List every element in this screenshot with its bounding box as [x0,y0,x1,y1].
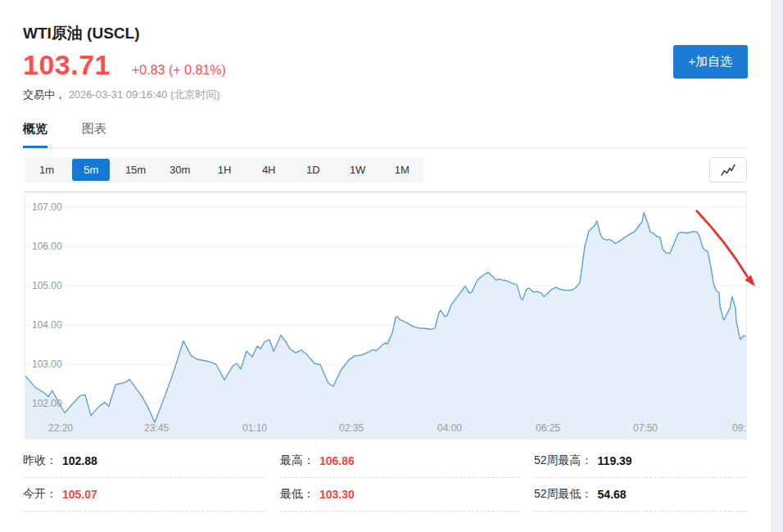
stat-item: 52周最低：54.68 [534,478,747,512]
timeframe-button-15m[interactable]: 15m [117,159,155,181]
stat-label: 最低： [280,487,315,502]
timeframe-button-30m[interactable]: 30m [161,159,199,181]
stat-item: 今开：105.07 [23,478,265,512]
timeframe-button-1M[interactable]: 1M [383,159,421,181]
status-row: 交易中， 2026-03-31 09:16:40 (北京时间) [23,88,220,102]
stat-value: 103.30 [319,488,355,501]
tab-overview[interactable]: 概览 [23,119,48,147]
svg-text:103.00: 103.00 [32,358,62,370]
quote-page: WTI原油 (USCL) +加自选 103.71 +0.83 (+ 0.81%)… [0,0,783,532]
stat-item: 最高：106.86 [280,444,519,478]
stat-value: 105.07 [62,488,97,501]
stat-value: 119.39 [598,454,632,467]
tab-chart-label: 图表 [82,121,106,135]
chart-type-button[interactable] [709,157,747,183]
timeframe-button-1H[interactable]: 1H [206,159,243,181]
price-change: +0.83 (+ 0.81%) [132,63,226,78]
timeframe-bar: 1m5m15m30m1H4H1D1W1M [25,157,424,183]
timezone-label: (北京时间) [170,88,220,101]
svg-text:107.00: 107.00 [32,201,62,213]
svg-text:22:20: 22:20 [48,422,73,434]
price-row: 103.71 +0.83 (+ 0.81%) [23,49,226,81]
trading-status: 交易中， [23,88,66,101]
stat-label: 52周最高： [534,453,593,468]
stat-label: 今开： [23,487,57,502]
stat-label: 52周最低： [534,487,593,502]
price-chart[interactable]: 107.00106.00105.00104.00103.00102.0022:2… [25,192,747,440]
instrument-title: WTI原油 (USCL) [23,23,139,44]
svg-text:04:00: 04:00 [437,422,462,434]
stat-item: 最低：103.30 [280,478,519,512]
timeframe-button-4H[interactable]: 4H [250,159,287,181]
last-price: 103.71 [23,49,111,81]
svg-text:102.00: 102.00 [32,398,62,409]
tab-overview-label: 概览 [23,121,48,135]
stat-label: 昨收： [23,453,57,468]
timeframe-button-1m[interactable]: 1m [28,159,66,181]
svg-text:02:35: 02:35 [339,422,364,434]
svg-text:105.00: 105.00 [32,280,62,291]
stat-item: 52周最高：119.39 [534,444,747,478]
svg-text:104.00: 104.00 [32,319,62,331]
svg-text:106.00: 106.00 [32,241,62,252]
stats-table: 昨收：102.88最高：106.8652周最高：119.39今开：105.07最… [23,444,747,512]
svg-text:07:50: 07:50 [633,422,658,434]
svg-text:06:25: 06:25 [536,422,560,434]
stat-value: 54.68 [598,488,627,501]
svg-text:09:15: 09:15 [732,422,746,434]
stat-item: 昨收：102.88 [23,444,265,478]
svg-text:01:10: 01:10 [242,422,267,434]
add-watchlist-button[interactable]: +加自选 [673,45,748,79]
line-chart-icon [719,162,737,178]
chart-canvas: 107.00106.00105.00104.00103.00102.0022:2… [25,192,746,439]
stat-label: 最高： [280,453,315,468]
scrollbar[interactable] [771,0,783,532]
timeframe-button-1W[interactable]: 1W [339,159,377,181]
quote-timestamp: 2026-03-31 09:16:40 [69,88,168,101]
svg-text:23:45: 23:45 [144,422,169,434]
timeframe-button-1D[interactable]: 1D [294,159,332,181]
tab-bar: 概览 图表 [23,119,747,148]
stat-value: 106.86 [319,454,355,467]
tab-chart[interactable]: 图表 [82,119,106,147]
timeframe-button-5m[interactable]: 5m [72,159,110,181]
stat-value: 102.88 [62,454,97,467]
